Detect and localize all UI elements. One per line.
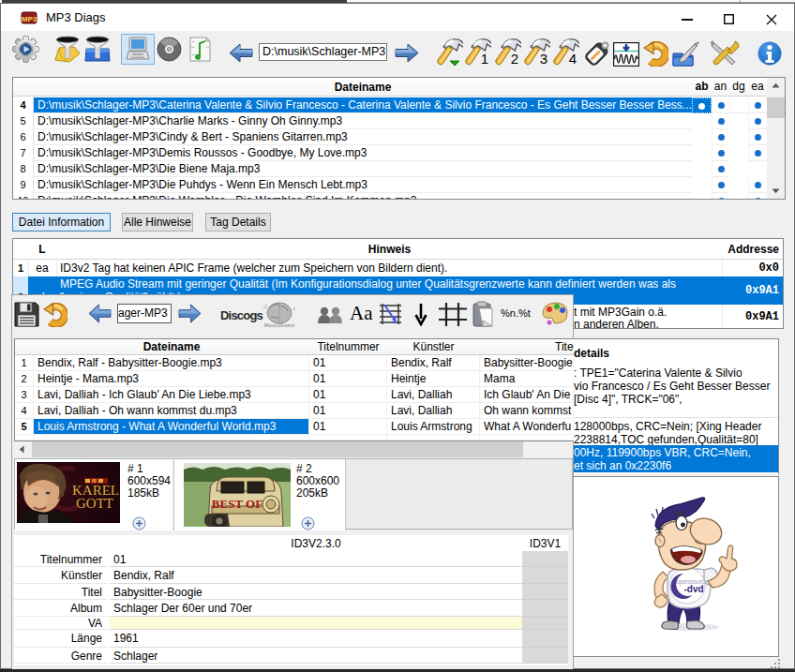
- svg-text:MusicBrainz: MusicBrainz: [264, 322, 295, 328]
- svg-text:1: 1: [481, 51, 488, 66]
- svg-text:♫: ♫: [262, 303, 267, 309]
- svg-text:2: 2: [511, 51, 518, 66]
- svg-text:-dvd: -dvd: [683, 584, 703, 594]
- svg-text:♪: ♪: [292, 305, 296, 311]
- svg-text:BEST OF: BEST OF: [212, 497, 262, 511]
- svg-text:3: 3: [540, 51, 548, 66]
- svg-text:MP3: MP3: [22, 15, 38, 23]
- svg-text:GOTT: GOTT: [76, 496, 113, 511]
- svg-text:4: 4: [569, 51, 577, 66]
